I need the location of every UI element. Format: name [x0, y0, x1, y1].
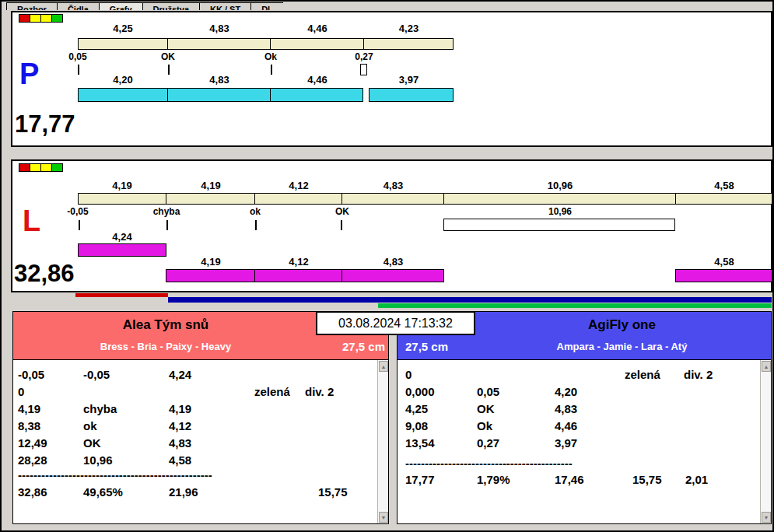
tab-grafy[interactable]: Grafy: [99, 2, 143, 10]
p-indicator-red: [19, 14, 30, 23]
total-cell: 32,86: [18, 485, 47, 499]
panel-p: 4,25 4,83 4,46 4,23 0,05 OK Ok 0,27 P 4,…: [11, 11, 772, 147]
table-cell: -0,05: [83, 368, 110, 381]
p-indicator-yellow-1: [30, 14, 41, 23]
table-separator-row: ----------------------------------------…: [13, 468, 376, 484]
tab-dl[interactable]: DL: [250, 2, 283, 10]
l-split-label-0: -0,05: [51, 206, 105, 217]
l-indicator-yellow-1: [30, 163, 41, 172]
team-left-members: Bress - Bria - Paixy - Heavy: [13, 336, 318, 359]
l-split-label-1: chyba: [139, 206, 194, 217]
p-top-bar-seg-3: [363, 38, 454, 50]
table-cell: 4,83: [555, 402, 577, 415]
l-top-bar-seg-0: [78, 193, 166, 205]
table-totals-row: 32,86 49,65% 21,96 15,75: [13, 485, 376, 501]
l-bottom-bar-seg-2: [254, 269, 342, 282]
total-cell: 15,75: [632, 473, 662, 486]
table-cell: 28,28: [18, 453, 47, 467]
timeline-stripe-red: [75, 293, 168, 297]
p-top-bar-seg-1: [167, 38, 271, 50]
team-left-scrollbar[interactable]: ▲ ▼: [377, 360, 388, 523]
table-row: 0 zelená div. 2: [13, 385, 376, 401]
table-cell: 0,000: [405, 385, 435, 398]
p-total-time: 17,77: [15, 112, 75, 136]
p-indicator-green: [51, 14, 63, 23]
p-bottom-value-1: 4,83: [168, 74, 271, 86]
l-top-value-5: 4,58: [676, 180, 772, 191]
table-cell: 8,38: [18, 419, 40, 432]
scroll-up-icon[interactable]: ▲: [379, 361, 388, 372]
table-row: -0,05 -0,05 4,24: [13, 368, 376, 383]
l-tick-0: [79, 220, 80, 230]
tab-kk-st[interactable]: KK / ST: [199, 2, 251, 10]
p-split-label-2: Ok: [246, 51, 296, 62]
l-top-bar-seg-3: [341, 193, 444, 205]
table-row: 0,000 0,05 4,20: [398, 385, 759, 401]
l-bottom-bar-seg-1: [166, 269, 255, 282]
l-top-bar-seg-4: [443, 193, 676, 205]
p-split-label-3: 0,27: [339, 51, 389, 62]
table-cell: 0: [18, 385, 24, 398]
p-bottom-bar-seg-3: [369, 88, 454, 102]
p-bottom-bar-seg-2: [270, 88, 363, 102]
total-cell: 17,46: [555, 473, 584, 486]
table-cell: 13,54: [405, 436, 435, 450]
table-cell: 3,97: [555, 436, 577, 450]
table-cell: 4,25: [405, 402, 428, 415]
tab-druzstva[interactable]: Družstva: [142, 2, 200, 10]
p-bottom-bar-seg-1: [167, 88, 271, 102]
table-row: 12,49 OK 4,83: [13, 436, 376, 452]
team-right-category: 27,5 cm: [405, 336, 468, 359]
l-top-value-4: 10,96: [444, 180, 676, 191]
table-cell: 4,20: [555, 385, 577, 398]
total-cell: 15,75: [318, 485, 348, 499]
table-row: 0 zelená div. 2: [398, 368, 759, 383]
l-top-bar-seg-5: [675, 193, 772, 205]
total-cell: 49,65%: [83, 485, 123, 499]
total-cell: 17,77: [405, 473, 435, 486]
table-cell: OK: [83, 436, 101, 450]
table-cell: 4,19: [18, 402, 40, 415]
l-tick-2: [255, 220, 257, 230]
l-bottom-bar-seg-4: [675, 269, 772, 282]
team-left-panel: Alea Tým snů Bress - Bria - Paixy - Heav…: [12, 311, 389, 524]
tab-bar: RozborČidlaGrafyDružstvaKK / STDL: [6, 2, 283, 10]
l-total-time: 32,86: [14, 261, 75, 285]
l-bottom-bar-seg-3: [341, 269, 444, 282]
table-cell: 4,46: [555, 419, 577, 432]
l-top-value-2: 4,12: [255, 180, 342, 191]
table-row: 28,28 10,96 4,58: [13, 453, 376, 469]
scroll-down-icon[interactable]: ▼: [762, 512, 771, 523]
timeline-stripe-navy: [168, 297, 772, 303]
l-top-value-3: 4,83: [342, 180, 444, 191]
l-top-bar-seg-1: [166, 193, 255, 205]
l-run-letter: L: [23, 206, 40, 236]
total-cell: 1,79%: [477, 473, 510, 486]
table-cell: zelená: [625, 368, 660, 381]
scroll-down-icon[interactable]: ▼: [379, 512, 388, 523]
tab-cidla[interactable]: Čidla: [57, 2, 100, 10]
l-indicator-red: [19, 163, 30, 172]
l-bottom-bar-seg-0: [78, 243, 166, 257]
table-row: 9,08 Ok 4,46: [398, 419, 759, 435]
app-window: RozborČidlaGrafyDružstvaKK / STDL 4,25 4…: [0, 0, 774, 532]
team-right-table: 0 zelená div. 2 0,000 0,05 4,20 4,25 OK …: [398, 359, 771, 523]
l-split-label-4: 10,96: [444, 206, 676, 217]
datetime-display: 03.08.2024 17:13:32: [316, 311, 475, 335]
team-right-name: AgiFly one: [471, 312, 772, 336]
team-right-scrollbar[interactable]: ▲ ▼: [760, 360, 771, 523]
l-bottom-value-3: 4,58: [676, 256, 772, 268]
p-top-bar-seg-0: [78, 38, 168, 50]
p-split-label-0: 0,05: [53, 51, 103, 62]
l-top-bar-seg-2: [254, 193, 342, 205]
table-cell: 9,08: [405, 419, 428, 432]
total-cell: 2,01: [685, 473, 708, 486]
table-cell: 0: [405, 368, 412, 381]
p-top-value-2: 4,46: [271, 23, 364, 34]
p-top-value-3: 4,23: [364, 23, 454, 34]
tab-rozbor[interactable]: Rozbor: [6, 2, 58, 10]
table-cell: 4,58: [169, 453, 191, 467]
scroll-up-icon[interactable]: ▲: [762, 361, 771, 372]
l-bottom-value-2: 4,83: [342, 256, 444, 268]
p-bottom-value-3: 3,97: [364, 74, 454, 86]
